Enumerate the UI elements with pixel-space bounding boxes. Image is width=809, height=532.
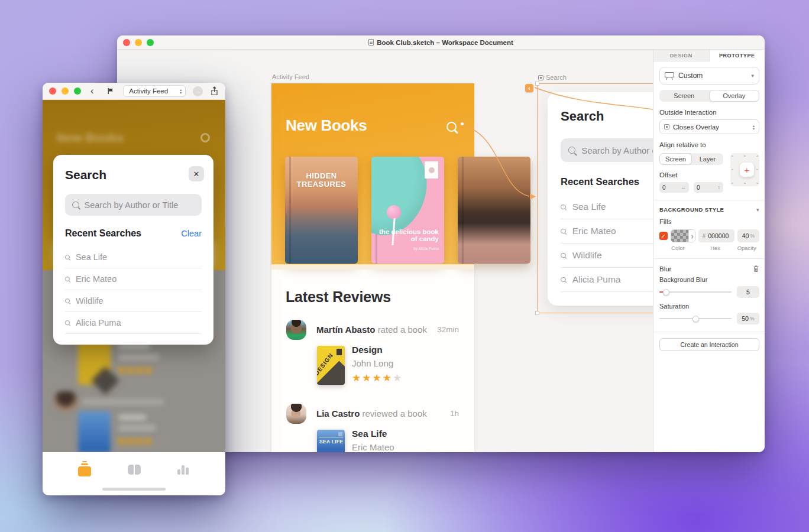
blurred-stars (118, 438, 151, 445)
blurred-header-title: New Books (57, 131, 124, 145)
recent-search-item[interactable]: Alicia Puma (65, 312, 202, 334)
blurred-stars (118, 367, 151, 374)
review-book-title: Design (352, 345, 403, 355)
review-time: 1h (450, 409, 459, 418)
create-interaction-button[interactable]: Create an Interaction (659, 338, 759, 351)
saturation-value[interactable]: 50 % (737, 313, 759, 325)
selection-handle[interactable] (535, 311, 539, 315)
flag-icon[interactable] (106, 87, 114, 95)
slider-thumb[interactable] (663, 289, 669, 296)
search-icon (65, 255, 70, 259)
preview-window: ‹ Activity Feed ▴▾ → New Books (43, 83, 225, 495)
segment-align-screen[interactable]: Screen (659, 153, 692, 165)
search-overlay-card: Search ✕ Search by Author or Title Recen… (53, 155, 213, 345)
section-divider (653, 332, 765, 332)
blurred-book-cover (78, 411, 111, 453)
recent-searches-heading: Recent Searches (65, 228, 141, 239)
chevron-down-icon[interactable]: ▾ (756, 207, 759, 213)
forward-button[interactable]: → (193, 86, 203, 96)
tab-prototype[interactable]: PROTOTYPE (710, 50, 765, 61)
clear-link[interactable]: Clear (181, 229, 202, 238)
search-title: Search (561, 109, 604, 124)
background-blur-label: Background Blur (659, 276, 759, 283)
artboard-label-activity-feed[interactable]: Activity Feed (272, 73, 309, 80)
back-button[interactable]: ‹ (90, 86, 93, 96)
share-icon[interactable] (211, 86, 218, 96)
segment-overlay[interactable]: Overlay (709, 90, 760, 102)
tab-bar (43, 452, 225, 495)
close-button[interactable]: ✕ (189, 166, 204, 181)
recent-search-item[interactable]: Eric Mateo (561, 219, 653, 244)
search-icon (65, 299, 70, 303)
overlay-icon (664, 124, 669, 129)
avatar (286, 404, 306, 424)
alignment-grid[interactable]: + (730, 153, 759, 186)
review-action: reviewed a book (363, 408, 427, 419)
chevron-down-icon: ▾ (751, 73, 754, 79)
background-blur-slider[interactable] (659, 288, 732, 296)
search-icon (561, 205, 566, 210)
prototype-connector-dot[interactable] (461, 122, 464, 125)
artboard-search-overlay[interactable]: Search ‹ Search Search by Author or Titl… (537, 83, 653, 313)
alignment-center-button[interactable]: + (740, 163, 754, 177)
search-placeholder: Search by Author or Title (85, 200, 179, 210)
search-input[interactable]: Search by Author or Title (65, 194, 202, 216)
prototype-target-select[interactable]: Custom ▾ (659, 67, 759, 85)
recent-search-item[interactable]: Wildlife (561, 244, 653, 268)
book-cover-candy[interactable]: the delicious book of candy by Alicia Pu… (371, 157, 444, 264)
stepper-icon: ▴▾ (753, 124, 755, 130)
offset-y-input[interactable]: 0 ↕ (694, 182, 723, 193)
close-window-button[interactable] (49, 87, 56, 95)
recent-search-item[interactable]: Alicia Puma (561, 268, 653, 292)
search-input[interactable]: Search by Author or Title (561, 138, 653, 162)
zoom-window-button[interactable] (74, 87, 81, 95)
tab-stats[interactable] (174, 462, 192, 477)
window-title: Book Club.sketch – Workspace Document (117, 39, 765, 46)
search-icon (65, 277, 70, 281)
outside-interaction-select[interactable]: Closes Overlay ▴▾ (659, 119, 759, 134)
fill-color-swatch[interactable]: ❯ (671, 229, 696, 242)
artboard-activity-feed[interactable]: Activity Feed New Books HIDDEN TREASURES (271, 83, 474, 452)
minimize-window-button[interactable] (62, 87, 69, 95)
blurred-text (82, 399, 164, 405)
segment-screen[interactable]: Screen (659, 90, 709, 102)
book-cover-hidden-treasures[interactable]: HIDDEN TREASURES (285, 157, 358, 264)
review-book-cover[interactable]: SEA LIFE (317, 430, 345, 452)
selection-handle[interactable] (535, 82, 539, 86)
fill-opacity-input[interactable]: 40 % (737, 229, 759, 242)
tab-design[interactable]: DESIGN (653, 50, 710, 61)
latest-reviews-heading: Latest Reviews (286, 288, 391, 306)
prototype-back-badge[interactable]: ‹ (525, 84, 533, 92)
search-title: Search (65, 168, 106, 182)
blurred-book-cover (78, 341, 111, 385)
tab-books[interactable] (125, 462, 143, 477)
fill-enabled-checkbox[interactable]: ✓ (659, 232, 668, 240)
saturation-slider[interactable] (659, 315, 732, 323)
bag-icon (78, 466, 91, 476)
screen-selector-dropdown[interactable]: Activity Feed ▴▾ (123, 85, 186, 97)
fill-hex-input[interactable]: # 000000 (698, 229, 734, 242)
recent-searches-list: Sea Life Eric Mateo Wildlife Alicia Puma (561, 195, 653, 292)
fills-label: Fills (659, 218, 759, 225)
new-books-carousel: HIDDEN TREASURES the delicious book of c… (271, 157, 474, 264)
screen-overlay-segmented: Screen Overlay (659, 90, 759, 102)
trash-icon[interactable] (753, 265, 759, 273)
book-icon (128, 465, 141, 475)
review-book-cover[interactable]: DESIGN (317, 346, 345, 385)
home-indicator[interactable] (102, 488, 166, 491)
feed-header-title: New Books (286, 116, 367, 135)
recent-search-item[interactable]: Wildlife (65, 290, 202, 312)
background-blur-value[interactable]: 5 (737, 286, 759, 298)
slider-thumb[interactable] (692, 316, 699, 322)
align-segmented: Screen Layer (659, 153, 723, 165)
segment-align-layer[interactable]: Layer (692, 153, 723, 165)
recent-search-item[interactable]: Sea Life (65, 246, 202, 268)
offset-x-input[interactable]: 0 ↔ (659, 182, 689, 193)
book-cover-clipped[interactable] (458, 157, 530, 264)
artboard-label-search[interactable]: Search (538, 74, 567, 81)
tab-library[interactable] (76, 462, 93, 477)
search-icon[interactable] (446, 119, 457, 135)
recent-search-item[interactable]: Sea Life (561, 195, 653, 219)
hex-caption: Hex (697, 245, 734, 251)
recent-search-item[interactable]: Eric Mateo (65, 268, 202, 290)
